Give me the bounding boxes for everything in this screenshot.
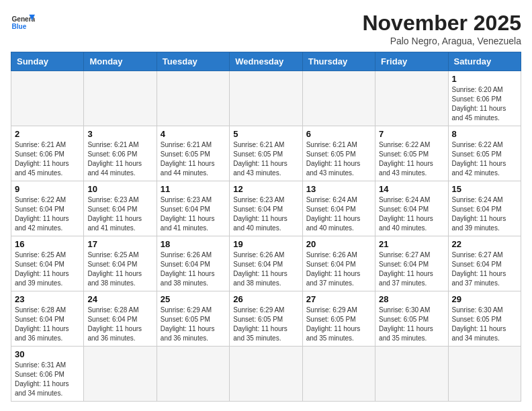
svg-text:Blue: Blue [11, 23, 26, 30]
day-number: 30 [15, 349, 80, 359]
calendar-cell [302, 71, 375, 126]
day-number: 20 [306, 239, 371, 249]
calendar-cell: 13Sunrise: 6:24 AM Sunset: 6:04 PM Dayli… [302, 181, 375, 236]
day-info: Sunrise: 6:28 AM Sunset: 6:04 PM Dayligh… [15, 306, 80, 343]
calendar-cell [84, 71, 157, 126]
calendar-cell: 18Sunrise: 6:26 AM Sunset: 6:04 PM Dayli… [157, 236, 229, 291]
calendar-cell: 30Sunrise: 6:31 AM Sunset: 6:06 PM Dayli… [11, 347, 84, 402]
day-info: Sunrise: 6:23 AM Sunset: 6:04 PM Dayligh… [161, 195, 226, 233]
day-info: Sunrise: 6:29 AM Sunset: 6:05 PM Dayligh… [306, 306, 371, 343]
day-info: Sunrise: 6:24 AM Sunset: 6:04 PM Dayligh… [379, 195, 444, 233]
calendar-cell: 5Sunrise: 6:21 AM Sunset: 6:05 PM Daylig… [230, 126, 302, 181]
weekday-header-thursday: Thursday [302, 52, 375, 71]
calendar-cell [84, 347, 157, 402]
calendar-cell [448, 347, 521, 402]
title-block: November 2025 Palo Negro, Aragua, Venezu… [362, 11, 521, 46]
calendar-cell: 28Sunrise: 6:30 AM Sunset: 6:05 PM Dayli… [375, 291, 448, 347]
weekday-header-row: SundayMondayTuesdayWednesdayThursdayFrid… [11, 52, 521, 71]
calendar-cell: 12Sunrise: 6:23 AM Sunset: 6:04 PM Dayli… [230, 181, 302, 236]
weekday-header-tuesday: Tuesday [157, 52, 229, 71]
weekday-header-monday: Monday [84, 52, 157, 71]
day-number: 1 [452, 74, 517, 84]
day-info: Sunrise: 6:21 AM Sunset: 6:06 PM Dayligh… [15, 140, 80, 178]
day-number: 4 [161, 129, 226, 139]
logo-icon: General Blue [11, 11, 35, 35]
day-info: Sunrise: 6:21 AM Sunset: 6:05 PM Dayligh… [233, 140, 298, 178]
calendar-cell: 6Sunrise: 6:21 AM Sunset: 6:05 PM Daylig… [302, 126, 375, 181]
day-number: 18 [161, 239, 226, 249]
calendar-cell [375, 347, 448, 402]
weekday-header-wednesday: Wednesday [230, 52, 302, 71]
week-row-5: 23Sunrise: 6:28 AM Sunset: 6:04 PM Dayli… [11, 291, 521, 347]
day-info: Sunrise: 6:24 AM Sunset: 6:04 PM Dayligh… [452, 195, 517, 233]
calendar-cell: 14Sunrise: 6:24 AM Sunset: 6:04 PM Dayli… [375, 181, 448, 236]
day-number: 11 [161, 184, 226, 194]
day-info: Sunrise: 6:26 AM Sunset: 6:04 PM Dayligh… [161, 250, 226, 288]
day-number: 8 [452, 129, 517, 139]
day-info: Sunrise: 6:31 AM Sunset: 6:06 PM Dayligh… [15, 361, 80, 398]
calendar-cell: 4Sunrise: 6:21 AM Sunset: 6:05 PM Daylig… [157, 126, 229, 181]
day-info: Sunrise: 6:22 AM Sunset: 6:05 PM Dayligh… [452, 140, 517, 178]
day-number: 6 [306, 129, 371, 139]
week-row-3: 9Sunrise: 6:22 AM Sunset: 6:04 PM Daylig… [11, 181, 521, 236]
calendar-cell [230, 347, 302, 402]
day-info: Sunrise: 6:25 AM Sunset: 6:04 PM Dayligh… [15, 250, 80, 288]
day-number: 9 [15, 184, 80, 194]
calendar-cell: 26Sunrise: 6:29 AM Sunset: 6:05 PM Dayli… [230, 291, 302, 347]
day-number: 13 [306, 184, 371, 194]
weekday-header-saturday: Saturday [448, 52, 521, 71]
logo: General Blue [11, 11, 35, 35]
week-row-4: 16Sunrise: 6:25 AM Sunset: 6:04 PM Dayli… [11, 236, 521, 291]
calendar-cell: 15Sunrise: 6:24 AM Sunset: 6:04 PM Dayli… [448, 181, 521, 236]
calendar-cell [230, 71, 302, 126]
calendar-cell: 9Sunrise: 6:22 AM Sunset: 6:04 PM Daylig… [11, 181, 84, 236]
day-info: Sunrise: 6:28 AM Sunset: 6:04 PM Dayligh… [87, 306, 152, 343]
calendar-cell: 7Sunrise: 6:22 AM Sunset: 6:05 PM Daylig… [375, 126, 448, 181]
day-number: 15 [452, 184, 517, 194]
weekday-header-sunday: Sunday [11, 52, 84, 71]
day-info: Sunrise: 6:27 AM Sunset: 6:04 PM Dayligh… [452, 250, 517, 288]
calendar-cell: 16Sunrise: 6:25 AM Sunset: 6:04 PM Dayli… [11, 236, 84, 291]
day-info: Sunrise: 6:22 AM Sunset: 6:05 PM Dayligh… [379, 140, 444, 178]
calendar-cell: 1Sunrise: 6:20 AM Sunset: 6:06 PM Daylig… [448, 71, 521, 126]
day-number: 24 [87, 294, 152, 304]
day-number: 25 [161, 294, 226, 304]
day-number: 27 [306, 294, 371, 304]
day-info: Sunrise: 6:21 AM Sunset: 6:05 PM Dayligh… [306, 140, 371, 178]
day-info: Sunrise: 6:20 AM Sunset: 6:06 PM Dayligh… [452, 85, 517, 123]
weekday-header-friday: Friday [375, 52, 448, 71]
day-number: 2 [15, 129, 80, 139]
calendar-cell: 24Sunrise: 6:28 AM Sunset: 6:04 PM Dayli… [84, 291, 157, 347]
day-number: 19 [233, 239, 298, 249]
location-subtitle: Palo Negro, Aragua, Venezuela [362, 36, 521, 46]
day-number: 3 [87, 129, 152, 139]
day-number: 22 [452, 239, 517, 249]
day-info: Sunrise: 6:26 AM Sunset: 6:04 PM Dayligh… [233, 250, 298, 288]
day-number: 28 [379, 294, 444, 304]
calendar-cell: 3Sunrise: 6:21 AM Sunset: 6:06 PM Daylig… [84, 126, 157, 181]
calendar-cell: 25Sunrise: 6:29 AM Sunset: 6:05 PM Dayli… [157, 291, 229, 347]
week-row-1: 1Sunrise: 6:20 AM Sunset: 6:06 PM Daylig… [11, 71, 521, 126]
day-number: 10 [87, 184, 152, 194]
day-number: 14 [379, 184, 444, 194]
calendar: SundayMondayTuesdayWednesdayThursdayFrid… [11, 52, 521, 402]
day-number: 17 [87, 239, 152, 249]
calendar-cell: 23Sunrise: 6:28 AM Sunset: 6:04 PM Dayli… [11, 291, 84, 347]
day-number: 7 [379, 129, 444, 139]
calendar-cell [375, 71, 448, 126]
day-info: Sunrise: 6:23 AM Sunset: 6:04 PM Dayligh… [233, 195, 298, 233]
calendar-cell [11, 71, 84, 126]
day-info: Sunrise: 6:30 AM Sunset: 6:05 PM Dayligh… [452, 306, 517, 343]
calendar-cell: 29Sunrise: 6:30 AM Sunset: 6:05 PM Dayli… [448, 291, 521, 347]
calendar-cell: 2Sunrise: 6:21 AM Sunset: 6:06 PM Daylig… [11, 126, 84, 181]
calendar-cell [157, 71, 229, 126]
day-info: Sunrise: 6:25 AM Sunset: 6:04 PM Dayligh… [87, 250, 152, 288]
day-info: Sunrise: 6:30 AM Sunset: 6:05 PM Dayligh… [379, 306, 444, 343]
day-info: Sunrise: 6:29 AM Sunset: 6:05 PM Dayligh… [233, 306, 298, 343]
day-number: 21 [379, 239, 444, 249]
calendar-cell: 22Sunrise: 6:27 AM Sunset: 6:04 PM Dayli… [448, 236, 521, 291]
calendar-cell: 10Sunrise: 6:23 AM Sunset: 6:04 PM Dayli… [84, 181, 157, 236]
day-info: Sunrise: 6:29 AM Sunset: 6:05 PM Dayligh… [161, 306, 226, 343]
day-info: Sunrise: 6:21 AM Sunset: 6:05 PM Dayligh… [161, 140, 226, 178]
calendar-cell: 21Sunrise: 6:27 AM Sunset: 6:04 PM Dayli… [375, 236, 448, 291]
